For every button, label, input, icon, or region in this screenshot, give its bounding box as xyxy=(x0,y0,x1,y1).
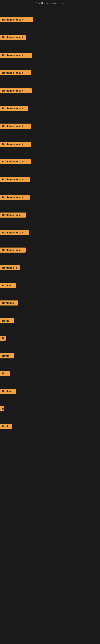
bottleneck-result-item: Bottleneck result xyxy=(0,106,28,112)
bottleneck-badge: Bottleneck result xyxy=(0,53,32,58)
bottleneck-badge: Bottleneck result xyxy=(0,230,29,235)
bottleneck-badge: Bottleneck result xyxy=(0,34,26,40)
bottleneck-result-item: Bottleneck result xyxy=(0,17,33,23)
bottleneck-badge: Bottleneck result xyxy=(0,159,31,164)
bottleneck-badge: B xyxy=(0,406,4,411)
bottleneck-badge: Bottleneck result xyxy=(0,177,30,182)
bottleneck-result-item: Bottlen xyxy=(0,283,16,289)
bottleneck-result-item: Bottleneck result xyxy=(0,142,31,148)
bottleneck-result-item: Bottle xyxy=(0,354,14,359)
bottleneck-badge: Bottleneck xyxy=(0,300,18,306)
bottleneck-result-item: Bot xyxy=(0,371,10,377)
bottleneck-badge: Bottle xyxy=(0,354,14,358)
bottleneck-badge: B xyxy=(0,336,6,341)
bottleneck-badge: Bottlens xyxy=(0,388,16,394)
bottleneck-result-item: Bottleneck r xyxy=(0,265,20,271)
bottleneck-badge: Bottleneck result xyxy=(0,70,31,75)
bottleneck-badge: Bottleneck result xyxy=(0,124,31,128)
bottleneck-badge: Bottleneck result xyxy=(0,195,30,200)
bottleneck-result-item: Bottleneck result xyxy=(0,34,26,40)
bottleneck-result-item: Bottleneck resu xyxy=(0,212,26,218)
bottleneck-badge: Bottlen xyxy=(0,283,16,288)
bottleneck-badge: Bot xyxy=(0,371,10,376)
bottleneck-result-item: Bottleneck xyxy=(0,300,18,306)
bottleneck-result-item: Bottle xyxy=(0,318,14,324)
bottleneck-result-item: Bottleneck result xyxy=(0,177,30,183)
bottleneck-badge: Bottleneck result xyxy=(0,106,28,111)
bottleneck-result-item: Bottleneck result xyxy=(0,230,29,236)
bottleneck-result-item: Bottleneck result xyxy=(0,195,30,201)
bottleneck-result-item: Bottl xyxy=(0,424,12,430)
bottleneck-result-item: Bottlens xyxy=(0,388,16,394)
bottleneck-result-item: Bottleneck resu xyxy=(0,248,26,253)
bottleneck-badge: Bottleneck result xyxy=(0,142,31,147)
bottleneck-result-item: Bottleneck result xyxy=(0,88,32,94)
bottleneck-badge: Bottleneck r xyxy=(0,265,20,270)
bottleneck-result-item: Bottleneck result xyxy=(0,53,32,58)
bottleneck-result-item: B xyxy=(0,406,4,412)
bottleneck-result-item: Bottleneck result xyxy=(0,124,31,130)
bottleneck-badge: Bottleneck result xyxy=(0,17,33,22)
bottleneck-badge: Bottle xyxy=(0,318,14,323)
bottleneck-result-item: B xyxy=(0,336,6,342)
bottleneck-result-item: Bottleneck result xyxy=(0,70,31,76)
bottleneck-badge: Bottleneck result xyxy=(0,88,32,93)
bottleneck-badge: Bottleneck resu xyxy=(0,212,26,218)
bottleneck-badge: Bottl xyxy=(0,424,12,429)
site-title: TheBottlenecker.com xyxy=(0,0,100,6)
bottleneck-badge: Bottleneck resu xyxy=(0,248,26,252)
bottleneck-result-item: Bottleneck result xyxy=(0,159,31,165)
